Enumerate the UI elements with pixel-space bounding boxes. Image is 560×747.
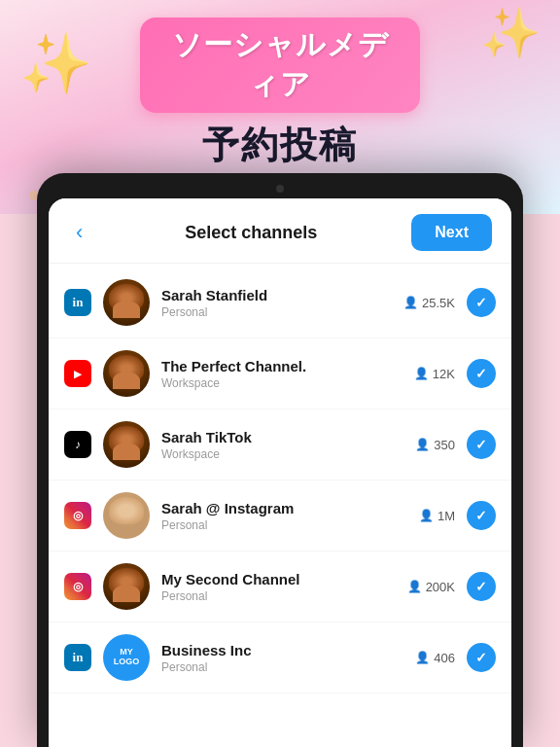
- platform-icon-instagram: ◎: [64, 502, 91, 529]
- title-top-banner: ソーシャルメディア: [140, 18, 420, 113]
- check-circle[interactable]: ✓: [467, 288, 496, 317]
- channel-type: Workspace: [161, 376, 402, 390]
- followers-count: 25.5K: [422, 296, 455, 310]
- channel-type: Personal: [161, 660, 403, 674]
- back-button[interactable]: ‹: [68, 216, 90, 249]
- firework-left-icon: ✨: [19, 29, 92, 98]
- followers-count: 406: [434, 651, 455, 665]
- avatar: [103, 279, 150, 326]
- check-circle[interactable]: ✓: [467, 501, 496, 530]
- followers-icon: 👤: [419, 509, 434, 522]
- avatar: [103, 421, 150, 468]
- check-circle[interactable]: ✓: [467, 430, 496, 459]
- channel-type: Personal: [161, 589, 396, 603]
- platform-icon-linkedin: in: [64, 644, 91, 671]
- channel-name: The Perfect Channel.: [161, 358, 402, 374]
- title-line1: ソーシャルメディア: [172, 28, 389, 100]
- avatar: MYLOGO: [103, 634, 150, 681]
- followers-icon: 👤: [407, 580, 422, 593]
- channel-followers: 👤 25.5K: [403, 296, 455, 310]
- channel-name: Sarah TikTok: [161, 429, 403, 445]
- followers-icon: 👤: [414, 367, 429, 380]
- channel-item[interactable]: ♪ Sarah TikTok Workspace 👤 350 ✓: [49, 409, 511, 480]
- platform-icon-youtube: ▶: [64, 360, 91, 387]
- platform-icon-linkedin: in: [64, 289, 91, 316]
- tablet-screen: ‹ Select channels Next in Sarah Stanfiel…: [49, 198, 511, 747]
- followers-count: 1M: [438, 509, 455, 523]
- channel-info: Sarah @ Instagram Personal: [161, 500, 407, 532]
- channel-item[interactable]: in Sarah Stanfield Personal 👤 25.5K ✓: [49, 267, 511, 338]
- channel-type: Personal: [161, 518, 407, 532]
- platform-icon-instagram: ◎: [64, 573, 91, 600]
- check-circle[interactable]: ✓: [467, 643, 496, 672]
- channel-name: Business Inc: [161, 642, 403, 658]
- avatar: [103, 350, 150, 397]
- screen-header: ‹ Select channels Next: [49, 198, 511, 264]
- followers-count: 350: [434, 438, 455, 452]
- channel-followers: 👤 1M: [419, 509, 455, 523]
- channel-followers: 👤 350: [415, 438, 455, 452]
- followers-icon: 👤: [415, 438, 430, 451]
- avatar: [103, 563, 150, 610]
- check-circle[interactable]: ✓: [467, 359, 496, 388]
- followers-count: 12K: [433, 367, 455, 381]
- channel-item[interactable]: ◎ Sarah @ Instagram Personal 👤 1M ✓: [49, 480, 511, 551]
- channel-name: Sarah @ Instagram: [161, 500, 407, 516]
- next-button[interactable]: Next: [411, 214, 492, 251]
- check-circle[interactable]: ✓: [467, 572, 496, 601]
- channel-info: My Second Channel Personal: [161, 571, 396, 603]
- channel-item[interactable]: in MYLOGO Business Inc Personal 👤 406 ✓: [49, 622, 511, 694]
- channel-info: Sarah Stanfield Personal: [161, 287, 392, 319]
- camera-dot: [276, 185, 284, 193]
- platform-icon-tiktok: ♪: [64, 431, 91, 458]
- followers-icon: 👤: [403, 296, 418, 309]
- channel-name: Sarah Stanfield: [161, 287, 392, 303]
- tablet-frame: ‹ Select channels Next in Sarah Stanfiel…: [37, 173, 523, 747]
- channel-type: Workspace: [161, 447, 403, 461]
- channel-info: Business Inc Personal: [161, 642, 403, 674]
- firework-right-icon: ✨: [480, 5, 541, 61]
- screen-title: Select channels: [185, 223, 317, 243]
- channel-followers: 👤 200K: [407, 580, 455, 594]
- title-line2: 予約投稿: [140, 121, 420, 170]
- avatar: [103, 492, 150, 539]
- channel-followers: 👤 12K: [414, 367, 455, 381]
- title-banner: ソーシャルメディア 予約投稿: [140, 18, 420, 170]
- channel-info: The Perfect Channel. Workspace: [161, 358, 402, 390]
- channel-list: in Sarah Stanfield Personal 👤 25.5K ✓: [49, 264, 511, 747]
- channel-type: Personal: [161, 305, 392, 319]
- followers-icon: 👤: [415, 651, 430, 664]
- channel-info: Sarah TikTok Workspace: [161, 429, 403, 461]
- channel-item[interactable]: ◎ My Second Channel Personal 👤 200K ✓: [49, 551, 511, 622]
- channel-item[interactable]: ▶ The Perfect Channel. Workspace 👤 12K ✓: [49, 338, 511, 409]
- channel-followers: 👤 406: [415, 651, 455, 665]
- channel-name: My Second Channel: [161, 571, 396, 587]
- followers-count: 200K: [426, 580, 455, 594]
